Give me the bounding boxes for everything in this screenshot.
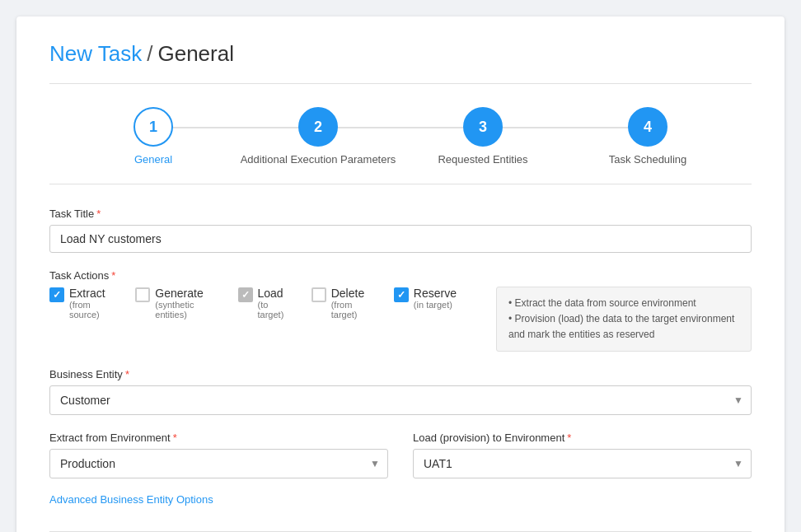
load-label: Load <box>258 287 288 300</box>
load-checkbox[interactable] <box>238 287 253 302</box>
step-4: 4 Task Scheduling <box>565 107 730 167</box>
delete-checkbox[interactable] <box>312 287 326 302</box>
extract-env-label: Extract from Environment* <box>49 432 388 444</box>
step-divider <box>49 184 752 184</box>
page-header: New Task / General <box>49 41 752 67</box>
business-entity-select[interactable]: Customer <box>49 385 752 415</box>
reserve-sub: (in target) <box>414 300 457 310</box>
business-entity-label: Business Entity* <box>49 368 752 380</box>
extract-label: Extract <box>69 287 112 300</box>
step-1: 1 General <box>71 107 236 167</box>
step-1-circle: 1 <box>134 107 173 147</box>
business-entity-section: Business Entity* Customer ▼ <box>49 368 752 415</box>
generate-label: Generate <box>155 287 214 300</box>
action-extract: Extract (from source) <box>49 287 112 320</box>
actions-and-tooltip: Extract (from source) Generate (syntheti… <box>49 287 752 352</box>
environment-row: Extract from Environment* Production ▼ L… <box>49 432 752 478</box>
reserve-checkbox[interactable] <box>394 287 409 302</box>
stepper: 1 General 2 Additional Execution Paramet… <box>49 107 752 167</box>
tooltip-line-2: Provision (load) the data to the target … <box>508 311 739 343</box>
business-entity-wrapper: Customer ▼ <box>49 385 752 415</box>
step-2: 2 Additional Execution Parameters <box>236 107 400 167</box>
action-load: Load (to target) <box>238 287 288 320</box>
step-2-circle: 2 <box>298 107 338 147</box>
extract-env-select[interactable]: Production <box>49 449 388 478</box>
task-title-label: Task Title* <box>49 208 752 220</box>
generate-sub: (synthetic entities) <box>155 300 214 320</box>
extract-env-col: Extract from Environment* Production ▼ <box>49 432 388 478</box>
advanced-link-section: Advanced Business Entity Options <box>49 492 752 506</box>
task-actions-section: Task Actions* Extract (from source) Gene… <box>49 269 752 352</box>
step-2-label: Additional Execution Parameters <box>241 153 396 167</box>
load-env-label: Load (provision) to Environment* <box>413 432 752 444</box>
load-env-col: Load (provision) to Environment* UAT1 ▼ <box>413 432 752 478</box>
header-separator: / <box>147 41 152 67</box>
extract-sub: (from source) <box>69 300 112 320</box>
step-3-label: Requested Entities <box>438 153 527 167</box>
task-title-section: Task Title* <box>49 208 752 253</box>
step-4-label: Task Scheduling <box>609 153 687 167</box>
load-env-select[interactable]: UAT1 <box>413 449 752 478</box>
step-4-circle: 4 <box>628 107 668 147</box>
delete-sub: (from target) <box>331 300 371 320</box>
task-actions-label: Task Actions* <box>49 269 752 282</box>
action-generate: Generate (synthetic entities) <box>135 287 214 320</box>
step-1-label: General <box>134 153 172 167</box>
action-delete: Delete (from target) <box>312 287 371 320</box>
extract-env-wrapper: Production ▼ <box>49 449 388 478</box>
tooltip-line-1: Extract the data from source environment <box>508 296 739 311</box>
extract-checkbox[interactable] <box>49 287 64 302</box>
load-env-wrapper: UAT1 ▼ <box>413 449 752 478</box>
main-card: New Task / General 1 General 2 Additiona… <box>16 16 785 532</box>
new-task-title: New Task <box>49 41 142 67</box>
reserve-label: Reserve <box>414 287 457 300</box>
delete-label: Delete <box>331 287 371 300</box>
step-3-circle: 3 <box>463 107 503 147</box>
load-sub: (to target) <box>258 300 288 320</box>
generate-checkbox[interactable] <box>135 287 150 302</box>
actions-checkboxes: Extract (from source) Generate (syntheti… <box>49 287 480 320</box>
advanced-business-entity-link[interactable]: Advanced Business Entity Options <box>49 493 213 506</box>
actions-tooltip: Extract the data from source environment… <box>496 287 752 352</box>
task-title-input[interactable] <box>49 225 752 253</box>
step-3: 3 Requested Entities <box>400 107 565 167</box>
action-reserve: Reserve (in target) <box>394 287 457 310</box>
header-general: General <box>157 41 234 67</box>
top-divider <box>49 83 752 84</box>
